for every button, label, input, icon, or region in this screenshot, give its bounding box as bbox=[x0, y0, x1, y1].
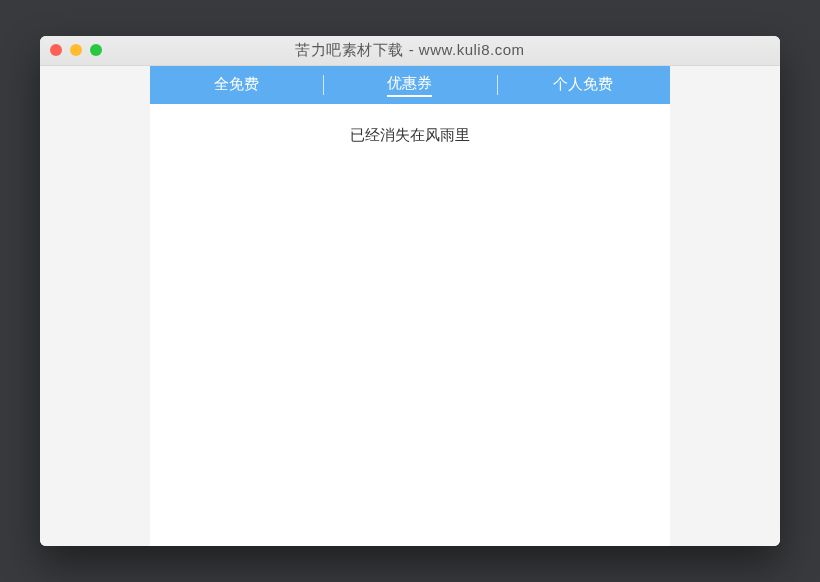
right-gutter bbox=[670, 66, 780, 546]
main-panel: 全免费 优惠券 个人免费 已经消失在风雨里 bbox=[150, 66, 670, 546]
tab-label: 个人免费 bbox=[553, 75, 613, 96]
tab-coupon[interactable]: 优惠券 bbox=[323, 66, 496, 104]
app-window: 苦力吧素材下载 - www.kuli8.com 全免费 优惠券 个人免费 已经消… bbox=[40, 36, 780, 546]
titlebar: 苦力吧素材下载 - www.kuli8.com bbox=[40, 36, 780, 66]
minimize-icon[interactable] bbox=[70, 44, 82, 56]
tab-label: 优惠券 bbox=[387, 74, 432, 97]
tab-all-free[interactable]: 全免费 bbox=[150, 66, 323, 104]
maximize-icon[interactable] bbox=[90, 44, 102, 56]
close-icon[interactable] bbox=[50, 44, 62, 56]
left-gutter bbox=[40, 66, 150, 546]
window-body: 全免费 优惠券 个人免费 已经消失在风雨里 bbox=[40, 66, 780, 546]
window-title: 苦力吧素材下载 - www.kuli8.com bbox=[40, 41, 780, 60]
content-text: 已经消失在风雨里 bbox=[150, 126, 670, 145]
traffic-lights bbox=[50, 44, 102, 56]
tab-personal-free[interactable]: 个人免费 bbox=[497, 66, 670, 104]
tab-bar: 全免费 优惠券 个人免费 bbox=[150, 66, 670, 104]
content-area: 已经消失在风雨里 bbox=[150, 104, 670, 546]
tab-label: 全免费 bbox=[214, 75, 259, 96]
